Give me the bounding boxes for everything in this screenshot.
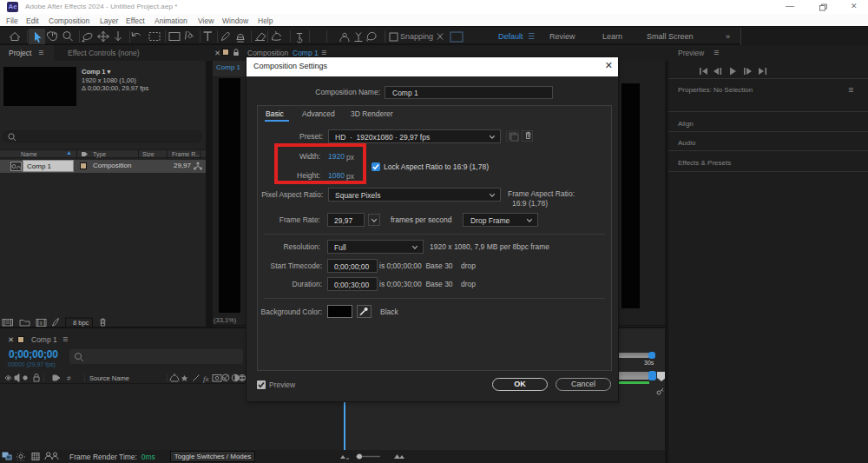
svg-text:☰: ☰	[528, 32, 535, 41]
svg-text:Source Name: Source Name	[89, 374, 129, 382]
svg-text:Review: Review	[549, 32, 575, 41]
svg-text:Default: Default	[498, 32, 523, 41]
svg-text:fx: fx	[203, 374, 209, 383]
svg-text:Snapping: Snapping	[400, 32, 433, 41]
svg-text:»: »	[726, 32, 730, 41]
svg-text:Small Screen: Small Screen	[647, 32, 694, 41]
svg-text:8 bpc: 8 bpc	[73, 319, 89, 327]
svg-text:Learn: Learn	[602, 32, 622, 41]
svg-text:9: 9	[40, 321, 43, 326]
svg-text:#: #	[67, 374, 71, 382]
